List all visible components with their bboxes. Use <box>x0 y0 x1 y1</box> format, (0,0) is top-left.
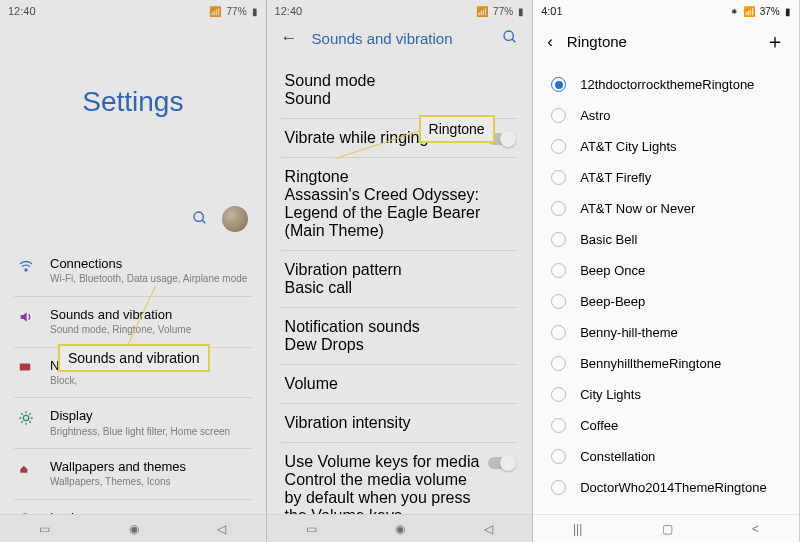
row-title: Vibration pattern <box>285 261 515 279</box>
battery-text: 77% <box>227 6 247 17</box>
radio-icon[interactable] <box>551 139 566 154</box>
ringtone-label: Beep-Beep <box>580 294 645 309</box>
row-title: Volume <box>285 375 515 393</box>
ringtone-option[interactable]: Beep-Beep <box>533 286 799 317</box>
home-icon[interactable]: ◉ <box>129 522 139 536</box>
row-sound-mode[interactable]: Sound mode Sound <box>267 62 533 118</box>
radio-icon[interactable] <box>551 170 566 185</box>
svg-point-4 <box>23 416 28 421</box>
ringtone-label: Coffee <box>580 418 618 433</box>
sidebar-item-display[interactable]: Display Brightness, Blue light filter, H… <box>0 398 266 448</box>
page-header: ‹ Ringtone ＋ <box>533 18 799 69</box>
ringtone-option[interactable]: AT&T Now or Never <box>533 193 799 224</box>
bluetooth-icon: ⁕ <box>730 6 738 17</box>
svg-point-6 <box>504 31 513 40</box>
radio-icon[interactable] <box>551 387 566 402</box>
sidebar-item-wallpapers-themes[interactable]: Wallpapers and themes Wallpapers, Themes… <box>0 449 266 499</box>
search-icon[interactable] <box>502 29 518 48</box>
search-icon[interactable] <box>192 210 208 229</box>
radio-icon[interactable] <box>551 263 566 278</box>
ringtone-option[interactable]: Coffee <box>533 410 799 441</box>
signal-icon: 📶 <box>743 6 755 17</box>
svg-rect-3 <box>20 363 31 370</box>
sidebar-item-lock-screen[interactable]: Lock screen Screen lock type, Always On … <box>0 500 266 514</box>
ringtone-option[interactable]: Beep Once <box>533 255 799 286</box>
ringtone-option[interactable]: Basic Bell <box>533 224 799 255</box>
ringtone-option[interactable]: Benny-hill-theme <box>533 317 799 348</box>
radio-icon[interactable] <box>551 77 566 92</box>
row-title: Sound mode <box>285 72 515 90</box>
item-subtitle: Sound mode, Ringtone, Volume <box>50 324 248 337</box>
sidebar-item-sounds-vibration[interactable]: Sounds and vibration Sound mode, Rington… <box>0 297 266 347</box>
back-icon[interactable]: ← <box>281 28 298 48</box>
sidebar-item-connections[interactable]: Connections Wi-Fi, Bluetooth, Data usage… <box>0 246 266 296</box>
ringtone-option[interactable]: AT&T City Lights <box>533 131 799 162</box>
radio-icon[interactable] <box>551 325 566 340</box>
row-ringtone[interactable]: Ringtone Assassin's Creed Odyssey: Legen… <box>267 158 533 250</box>
statusbar-icons: 📶 77% ▮ <box>207 5 257 17</box>
radio-icon[interactable] <box>551 356 566 371</box>
row-volume[interactable]: Volume <box>267 365 533 403</box>
radio-icon[interactable] <box>551 294 566 309</box>
back-icon[interactable]: ‹ <box>547 32 553 52</box>
row-title: Ringtone <box>285 168 515 186</box>
page-title: Ringtone <box>567 33 751 50</box>
item-subtitle: Wi-Fi, Bluetooth, Data usage, Airplane m… <box>50 273 248 286</box>
item-subtitle: Wallpapers, Themes, Icons <box>50 476 248 489</box>
statusbar: 4:01 ⁕ 📶 37% ▮ <box>533 0 799 18</box>
brush-icon <box>18 461 36 478</box>
avatar[interactable] <box>222 206 248 232</box>
sidebar-item-notifications[interactable]: Notifications Block, <box>0 348 266 398</box>
battery-text: 37% <box>760 6 780 17</box>
ringtone-label: 12thdoctorrockthemeRingtone <box>580 77 754 92</box>
radio-icon[interactable] <box>551 418 566 433</box>
statusbar: 12:40 📶 77% ▮ <box>0 0 266 18</box>
recent-apps-icon[interactable]: ▭ <box>39 522 50 536</box>
ringtone-label: BennyhillthemeRingtone <box>580 356 721 371</box>
battery-icon: ▮ <box>252 6 258 17</box>
home-icon[interactable]: ◉ <box>395 522 405 536</box>
ringtone-option[interactable]: AT&T Firefly <box>533 162 799 193</box>
back-nav-icon[interactable]: < <box>752 522 759 536</box>
svg-line-1 <box>202 220 205 223</box>
row-vibration-intensity[interactable]: Vibration intensity <box>267 404 533 442</box>
radio-icon[interactable] <box>551 201 566 216</box>
toggle-switch[interactable] <box>488 133 514 145</box>
battery-icon: ▮ <box>518 6 524 17</box>
row-notification-sounds[interactable]: Notification sounds Dew Drops <box>267 308 533 364</box>
statusbar-time: 12:40 <box>275 5 303 17</box>
row-vibrate-while-ringing[interactable]: Vibrate while ringing <box>267 119 533 157</box>
battery-icon: ▮ <box>785 6 791 17</box>
ringtone-option[interactable]: City Lights <box>533 379 799 410</box>
radio-icon[interactable] <box>551 449 566 464</box>
row-volume-keys-media[interactable]: Use Volume keys for media Control the me… <box>267 443 533 514</box>
item-subtitle: Brightness, Blue light filter, Home scre… <box>50 426 248 439</box>
radio-icon[interactable] <box>551 108 566 123</box>
statusbar-time: 12:40 <box>8 5 36 17</box>
page-title: Sounds and vibration <box>312 30 489 47</box>
ringtone-label: City Lights <box>580 387 641 402</box>
radio-icon[interactable] <box>551 232 566 247</box>
page-title: Settings <box>0 86 266 118</box>
statusbar-icons: ⁕ 📶 37% ▮ <box>728 5 791 17</box>
ringtone-option[interactable]: Astro <box>533 100 799 131</box>
row-subtitle: Control the media volume by default when… <box>285 471 489 514</box>
back-nav-icon[interactable]: ◁ <box>484 522 493 536</box>
home-icon[interactable]: ▢ <box>662 522 673 536</box>
item-title: Connections <box>50 256 248 272</box>
recent-apps-icon[interactable]: ▭ <box>306 522 317 536</box>
ringtone-option[interactable]: 12thdoctorrockthemeRingtone <box>533 69 799 100</box>
ringtone-option[interactable]: Constellation <box>533 441 799 472</box>
ringtone-label: AT&T Now or Never <box>580 201 695 216</box>
ringtone-option[interactable]: BennyhillthemeRingtone <box>533 348 799 379</box>
row-vibration-pattern[interactable]: Vibration pattern Basic call <box>267 251 533 307</box>
ringtone-label: Constellation <box>580 449 655 464</box>
back-nav-icon[interactable]: ◁ <box>217 522 226 536</box>
recent-apps-icon[interactable]: ||| <box>573 522 582 536</box>
ringtone-label: Basic Bell <box>580 232 637 247</box>
ringtone-option[interactable]: DoctorWho2014ThemeRingtone <box>533 472 799 503</box>
add-icon[interactable]: ＋ <box>765 28 785 55</box>
toggle-switch[interactable] <box>488 457 514 469</box>
ringtone-label: DoctorWho2014ThemeRingtone <box>580 480 766 495</box>
radio-icon[interactable] <box>551 480 566 495</box>
